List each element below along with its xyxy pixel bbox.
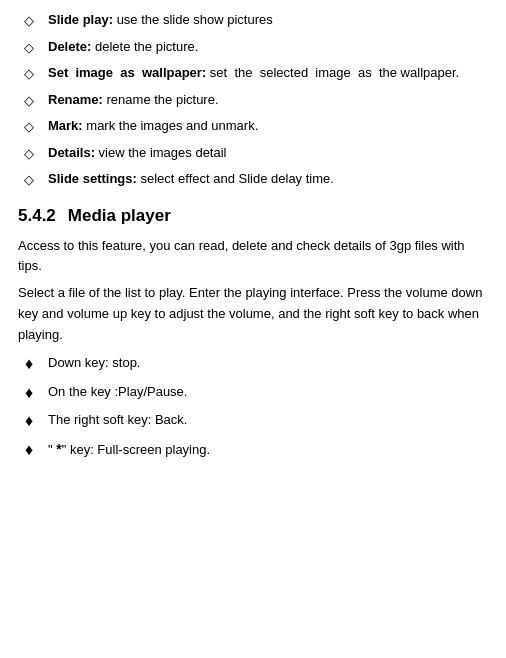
paragraph-2: Select a file of the list to play. Enter… xyxy=(18,283,488,345)
item-desc: view the images detail xyxy=(95,145,227,160)
item-text: Delete: delete the picture. xyxy=(48,37,488,57)
item-label: Set image as wallpaper: xyxy=(48,65,206,80)
diamond-icon: ◇ xyxy=(18,64,40,84)
list-item: ♦ On the key :Play/Pause. xyxy=(18,382,488,404)
diamond-icon: ◇ xyxy=(18,170,40,190)
diamond-list: ◇ Slide play: use the slide show picture… xyxy=(18,10,488,190)
item-label: Mark: xyxy=(48,118,83,133)
item-desc: delete the picture. xyxy=(91,39,198,54)
list-item: ♦ " *" key: Full-screen playing. xyxy=(18,439,488,461)
bullet-icon: ♦ xyxy=(18,410,40,432)
item-desc: select effect and Slide delay time. xyxy=(137,171,334,186)
item-text: Slide play: use the slide show pictures xyxy=(48,10,488,30)
diamond-icon: ◇ xyxy=(18,91,40,111)
bullet-icon: ♦ xyxy=(18,353,40,375)
bullet-list: ♦ Down key: stop. ♦ On the key :Play/Pau… xyxy=(18,353,488,461)
section-heading: 5.4.2 Media player xyxy=(18,206,488,226)
item-label: Slide settings: xyxy=(48,171,137,186)
item-text: " *" key: Full-screen playing. xyxy=(48,439,488,460)
list-item: ◇ Mark: mark the images and unmark. xyxy=(18,116,488,137)
item-desc: mark the images and unmark. xyxy=(83,118,259,133)
item-text: Set image as wallpaper: set the selected… xyxy=(48,63,488,83)
list-item: ◇ Set image as wallpaper: set the select… xyxy=(18,63,488,84)
item-label: Details: xyxy=(48,145,95,160)
list-item: ◇ Delete: delete the picture. xyxy=(18,37,488,58)
diamond-icon: ◇ xyxy=(18,117,40,137)
paragraph-1: Access to this feature, you can read, de… xyxy=(18,236,488,278)
item-label: Rename: xyxy=(48,92,103,107)
list-item: ◇ Rename: rename the picture. xyxy=(18,90,488,111)
list-item: ♦ Down key: stop. xyxy=(18,353,488,375)
item-label: Slide play: xyxy=(48,12,113,27)
item-text: Rename: rename the picture. xyxy=(48,90,488,110)
bullet-icon: ♦ xyxy=(18,439,40,461)
special-key: * xyxy=(56,441,61,457)
section-title: Media player xyxy=(68,206,171,226)
item-desc: set the selected image as the wallpaper. xyxy=(206,65,459,80)
list-item: ◇ Slide play: use the slide show picture… xyxy=(18,10,488,31)
list-item: ◇ Slide settings: select effect and Slid… xyxy=(18,169,488,190)
item-desc: rename the picture. xyxy=(103,92,219,107)
item-text: The right soft key: Back. xyxy=(48,410,488,430)
item-label: Delete: xyxy=(48,39,91,54)
item-text: Slide settings: select effect and Slide … xyxy=(48,169,488,189)
list-item: ♦ The right soft key: Back. xyxy=(18,410,488,432)
bullet-icon: ♦ xyxy=(18,382,40,404)
diamond-icon: ◇ xyxy=(18,38,40,58)
section-number: 5.4.2 xyxy=(18,206,56,226)
item-text: Mark: mark the images and unmark. xyxy=(48,116,488,136)
diamond-icon: ◇ xyxy=(18,144,40,164)
item-text: On the key :Play/Pause. xyxy=(48,382,488,402)
item-text: Down key: stop. xyxy=(48,353,488,373)
diamond-icon: ◇ xyxy=(18,11,40,31)
item-text: Details: view the images detail xyxy=(48,143,488,163)
list-item: ◇ Details: view the images detail xyxy=(18,143,488,164)
item-desc: use the slide show pictures xyxy=(113,12,273,27)
